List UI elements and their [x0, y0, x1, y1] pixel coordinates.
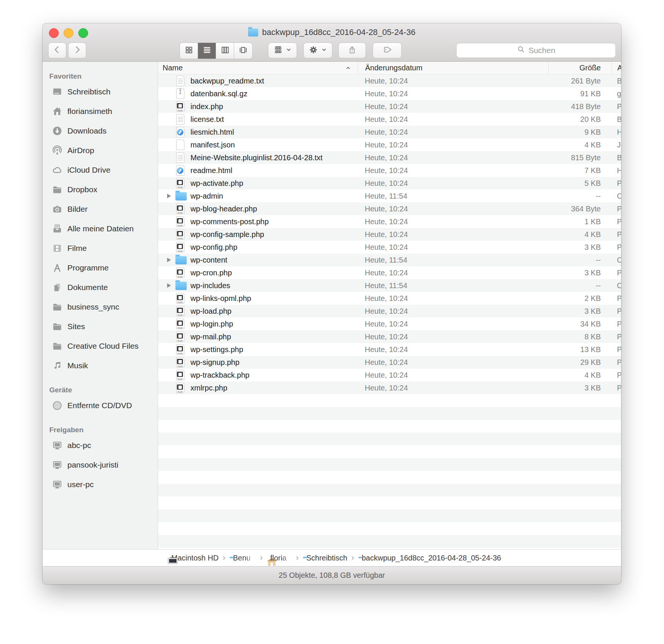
- file-row[interactable]: backwpup_readme.txtHeute, 10:24261 ByteB: [158, 74, 621, 87]
- main-area: FavoritenSchreibtischfloriansimethDownlo…: [43, 62, 621, 549]
- file-size: 3 KB: [548, 384, 612, 392]
- sidebar-item-floriansimeth[interactable]: floriansimeth: [43, 102, 158, 121]
- file-date: Heute, 10:24: [358, 230, 548, 239]
- file-row[interactable]: PHPwp-load.phpHeute, 10:243 KBP: [158, 305, 621, 317]
- action-button[interactable]: [303, 43, 332, 58]
- file-name: wp-trackback.php: [190, 371, 250, 380]
- column-header-kind[interactable]: A: [612, 62, 621, 74]
- folder-proxy-icon[interactable]: [248, 29, 258, 36]
- file-kind: P: [612, 243, 621, 252]
- file-row[interactable]: PHPwp-login.phpHeute, 10:2434 KBP: [158, 317, 621, 330]
- folder-icon: [52, 184, 63, 195]
- sidebar-item-schreibtisch[interactable]: Schreibtisch: [43, 82, 158, 102]
- forward-button[interactable]: [68, 43, 86, 58]
- sidebar-item-creative-cloud-files[interactable]: Creative Cloud Files: [43, 336, 158, 356]
- file-row[interactable]: wp-includesHeute, 11:54--O: [158, 279, 621, 292]
- file-date: Heute, 10:24: [358, 371, 548, 380]
- sidebar-item-sites[interactable]: Sites: [43, 317, 158, 336]
- file-row[interactable]: PHPwp-links-opml.phpHeute, 10:242 KBP: [158, 292, 621, 305]
- sidebar-item-musik[interactable]: Musik: [43, 356, 158, 375]
- file-name-cell: backwpup_readme.txt: [158, 75, 358, 87]
- file-row[interactable]: datenbank.sql.gzHeute, 10:2491 KBg: [158, 87, 621, 100]
- file-row[interactable]: PHPwp-cron.phpHeute, 10:243 KBP: [158, 266, 621, 279]
- file-kind: B: [612, 77, 621, 85]
- coverflow-view-button[interactable]: [234, 43, 252, 59]
- file-row[interactable]: PHPwp-comments-post.phpHeute, 10:241 KBP: [158, 215, 621, 228]
- file-row[interactable]: license.txtHeute, 10:2420 KBB: [158, 113, 621, 126]
- sidebar-item-programme[interactable]: Programme: [43, 258, 158, 278]
- file-name: wp-comments-post.php: [190, 217, 269, 226]
- folder-icon: [175, 190, 185, 202]
- file-row[interactable]: wp-adminHeute, 11:54--O: [158, 190, 621, 202]
- file-date: Heute, 10:24: [358, 307, 548, 316]
- file-row[interactable]: liesmich.htmlHeute, 10:249 KBH: [158, 126, 621, 138]
- toolbar: Suchen: [43, 43, 621, 58]
- file-row[interactable]: wp-contentHeute, 11:54--O: [158, 254, 621, 266]
- path-segment[interactable]: Benu: [230, 554, 256, 562]
- path-segment-label: Macintosh HD: [171, 554, 219, 562]
- sidebar-item-business-sync[interactable]: business_sync: [43, 297, 158, 317]
- file-name-cell: PHPwp-cron.php: [158, 267, 358, 278]
- sidebar-item-pansook-juristi[interactable]: pansook-juristi: [43, 455, 158, 475]
- file-row[interactable]: PHPwp-signup.phpHeute, 10:2429 KBP: [158, 356, 621, 369]
- php-file-icon: PHP: [175, 203, 185, 214]
- share-button[interactable]: [338, 43, 366, 58]
- display-icon: [52, 459, 63, 471]
- file-row[interactable]: PHPwp-settings.phpHeute, 10:2413 KBP: [158, 343, 621, 356]
- disclosure-triangle-icon[interactable]: [163, 194, 175, 198]
- search-field[interactable]: Suchen: [456, 43, 616, 58]
- sidebar-item-airdrop[interactable]: AirDrop: [43, 141, 158, 160]
- file-row[interactable]: Meine-Website.pluginlist.2016-04-28.txtH…: [158, 151, 621, 164]
- file-row[interactable]: PHPwp-blog-header.phpHeute, 10:24364 Byt…: [158, 202, 621, 215]
- file-name-cell: PHPwp-settings.php: [158, 344, 358, 355]
- file-date: Heute, 10:24: [358, 345, 548, 354]
- arrange-button[interactable]: [268, 43, 297, 58]
- tag-button[interactable]: [373, 43, 402, 58]
- sidebar-item-downloads[interactable]: Downloads: [43, 121, 158, 141]
- path-segment[interactable]: Macintosh HD: [168, 554, 219, 562]
- list-view-icon: [202, 45, 212, 56]
- file-row[interactable]: PHPwp-mail.phpHeute, 10:248 KBP: [158, 330, 621, 343]
- disclosure-triangle-icon[interactable]: [163, 258, 175, 262]
- file-size: 5 KB: [548, 179, 612, 188]
- file-row[interactable]: PHPwp-activate.phpHeute, 10:245 KBP: [158, 177, 621, 190]
- sidebar-item-bilder[interactable]: Bilder: [43, 199, 158, 219]
- path-segment[interactable]: Schreibtisch: [303, 554, 347, 562]
- file-row[interactable]: PHPwp-trackback.phpHeute, 10:244 KBP: [158, 369, 621, 381]
- sidebar-item-abc-pc[interactable]: abc-pc: [43, 436, 158, 455]
- sidebar-item-icloud-drive[interactable]: iCloud Drive: [43, 160, 158, 180]
- php-file-icon: PHP: [175, 101, 185, 112]
- file-size: 91 KB: [548, 90, 612, 98]
- column-view-button[interactable]: [216, 43, 234, 59]
- sidebar-section-header: Geräte: [43, 384, 158, 396]
- file-row[interactable]: PHPwp-config-sample.phpHeute, 10:244 KBP: [158, 228, 621, 241]
- file-kind: P: [612, 307, 621, 316]
- back-button[interactable]: [48, 43, 66, 58]
- sidebar-item-filme[interactable]: Filme: [43, 238, 158, 258]
- sidebar-item-alle-meine-dateien[interactable]: Alle meine Dateien: [43, 219, 158, 238]
- file-size: 4 KB: [548, 371, 612, 380]
- file-row[interactable]: readme.htmlHeute, 10:247 KBH: [158, 164, 621, 177]
- path-segment-label: Benu: [233, 554, 256, 562]
- column-header-size[interactable]: Größe: [548, 62, 612, 74]
- icon-view-button[interactable]: [180, 43, 198, 59]
- file-name-cell: PHPwp-links-opml.php: [158, 293, 358, 304]
- file-name-cell: wp-admin: [158, 190, 358, 202]
- path-segment[interactable]: backwpup_16d8cc_2016-04-28_05-24-36: [358, 554, 501, 562]
- sidebar-item-entfernte-cd-dvd[interactable]: Entfernte CD/DVD: [43, 396, 158, 415]
- file-name: backwpup_readme.txt: [190, 77, 264, 85]
- file-row[interactable]: PHPwp-config.phpHeute, 10:243 KBP: [158, 241, 621, 254]
- column-header-name[interactable]: Name: [158, 62, 358, 74]
- list-view-button[interactable]: [198, 43, 216, 59]
- path-segment[interactable]: floria: [267, 554, 292, 562]
- column-header-date[interactable]: Änderungsdatum: [358, 62, 548, 74]
- sidebar-item-dropbox[interactable]: Dropbox: [43, 180, 158, 199]
- sidebar-item-user-pc[interactable]: user-pc: [43, 475, 158, 494]
- file-row[interactable]: manifest.jsonHeute, 10:244 KBJ: [158, 138, 621, 151]
- file-name: wp-includes: [190, 281, 230, 290]
- sidebar-item-label: Creative Cloud Files: [67, 342, 139, 351]
- disclosure-triangle-icon[interactable]: [163, 283, 175, 288]
- sidebar-item-dokumente[interactable]: Dokumente: [43, 278, 158, 297]
- file-row[interactable]: PHPindex.phpHeute, 10:24418 ByteP: [158, 100, 621, 113]
- file-row[interactable]: PHPxmlrpc.phpHeute, 10:243 KBP: [158, 381, 621, 394]
